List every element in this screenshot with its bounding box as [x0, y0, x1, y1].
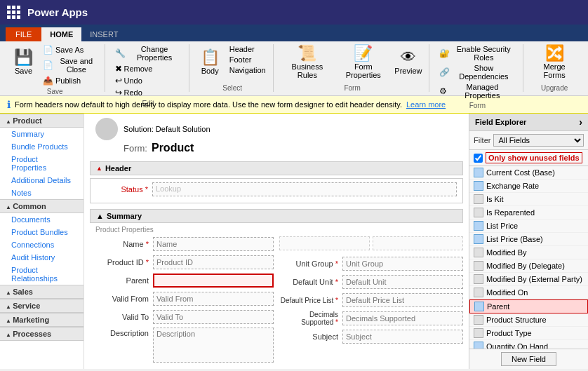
field-item-modifiedbydelegate[interactable]: Modified By (Delegate) [469, 259, 588, 273]
preview-button[interactable]: 👁 Preview [392, 44, 424, 81]
field-input-name[interactable] [153, 237, 274, 251]
header-section-header: ▲ Header [90, 161, 463, 175]
save-as-button[interactable]: 📄 Save As [40, 44, 100, 55]
managed-properties-button[interactable]: ⚙ Managed Properties [436, 82, 519, 100]
only-unused-label: Only show unused fields [486, 152, 582, 163]
nav-item-product-relationships[interactable]: Product Relationships [0, 264, 83, 285]
navigation-select-button[interactable]: Navigation [227, 65, 269, 75]
field-item-parent[interactable]: Parent [469, 299, 588, 313]
remove-button[interactable]: ✖ Remove [112, 63, 185, 74]
field-item-producttype[interactable]: Product Type [469, 327, 588, 340]
field-input-validto[interactable] [153, 310, 274, 324]
field-row-empty1 [279, 236, 463, 253]
field-item-productstructure[interactable]: Product Structure [469, 313, 588, 327]
field-input-defaultunit[interactable] [342, 275, 463, 289]
field-label-name: Name [90, 240, 153, 248]
field-icon-producttype [474, 328, 483, 338]
field-item-modifiedby[interactable]: Modified By [469, 246, 588, 259]
nav-group-sales[interactable]: Sales [0, 285, 83, 299]
nav-item-notes[interactable]: Notes [0, 187, 83, 199]
show-dependencies-button[interactable]: 🔗 Show Dependencies [436, 63, 519, 81]
body-icon: 📋 [201, 50, 220, 65]
summary-collapse-icon[interactable]: ▲ [96, 212, 104, 220]
save-secondary-buttons: 📄 Save As 📄 Save and Close 📤 Publish [40, 44, 100, 86]
product-properties-subheader: Product Properties [90, 226, 463, 236]
field-item-modifiedon[interactable]: Modified On [469, 286, 588, 299]
field-input-validfrom[interactable] [153, 292, 274, 306]
nav-group-processes[interactable]: Processes [0, 327, 83, 341]
save-close-button[interactable]: 📄 Save and Close [40, 56, 100, 74]
header-collapse-icon[interactable]: ▲ [96, 165, 102, 172]
form-name-line: Form: Product [84, 142, 469, 158]
header-select-button[interactable]: Header [227, 44, 269, 54]
form-properties-button[interactable]: 📝 Form Properties [335, 44, 391, 81]
field-row-subject: Subject [279, 329, 463, 344]
nav-group-common[interactable]: Common [0, 199, 83, 213]
field-item-iskit[interactable]: Is Kit [469, 193, 588, 206]
new-field-button[interactable]: New Field [501, 352, 556, 366]
waffle-icon[interactable] [7, 6, 20, 19]
learn-more-link[interactable]: Learn more [406, 100, 446, 109]
nav-item-product-properties[interactable]: Product Properties [0, 153, 83, 174]
field-item-isreparented[interactable]: Is Reparented [469, 206, 588, 220]
tab-insert[interactable]: INSERT [81, 27, 126, 41]
field-input-defaultpricelist[interactable] [342, 293, 463, 307]
field-explorer-header: Field Explorer › [469, 114, 588, 131]
footer-select-button[interactable]: Footer [227, 55, 269, 65]
enable-security-roles-button[interactable]: 🔐 Enable Security Roles [436, 44, 519, 62]
field-item-quantityonhand[interactable]: Quantity On Hand [469, 340, 588, 349]
tab-file[interactable]: FILE [6, 27, 41, 41]
nav-item-documents[interactable]: Documents [0, 213, 83, 226]
header-section-label: Header [105, 164, 131, 173]
save-button[interactable]: 💾 Save [10, 44, 37, 81]
nav-item-additional-details[interactable]: Additional Details [0, 174, 83, 187]
nav-group-service[interactable]: Service [0, 299, 83, 313]
field-input-description[interactable] [153, 328, 274, 363]
undo-button[interactable]: ↩ Undo [112, 75, 185, 86]
merge-forms-button[interactable]: 🔀 Merge Forms [530, 44, 578, 81]
saveclose-icon: 📄 [43, 60, 53, 70]
field-input-subject[interactable] [342, 330, 463, 344]
field-input-productid[interactable] [153, 255, 274, 269]
nav-item-audit-history[interactable]: Audit History [0, 251, 83, 264]
form-body: ▲ Summary Product Properties Name [84, 206, 469, 368]
nav-group-product[interactable]: Product [0, 114, 83, 128]
empty-field-1 [279, 236, 370, 250]
only-unused-checkbox[interactable] [474, 154, 483, 163]
nav-item-bundle-products[interactable]: Bundle Products [0, 140, 83, 153]
field-row-parent: Parent [90, 273, 274, 288]
body-button[interactable]: 📋 Body [196, 44, 224, 81]
change-properties-button[interactable]: 🔧 Change Properties [112, 44, 185, 62]
tab-home[interactable]: HOME [41, 27, 81, 41]
status-input[interactable]: Lookup [152, 182, 457, 196]
field-label-validfrom: Valid From [90, 295, 153, 303]
field-label-defaultunit: Default Unit [279, 278, 342, 286]
field-item-exchangerate[interactable]: Exchange Rate [469, 180, 588, 193]
publish-button[interactable]: 📤 Publish [40, 75, 100, 86]
redo-button[interactable]: ↪ Redo [112, 87, 185, 98]
new-field-btn-row: New Field [469, 349, 588, 369]
status-label: Status * [96, 185, 152, 194]
field-item-listprice[interactable]: List Price [469, 220, 588, 233]
summary-section-header: ▲ Summary [90, 209, 463, 223]
status-field-row: Status * Lookup [96, 182, 457, 197]
filter-select[interactable]: All Fields Unused Fields Required Fields [493, 134, 584, 147]
ribbon-group-form: 📜 Business Rules 📝 Form Properties 👁 Pre… [276, 44, 429, 92]
field-item-modifiedbyexternal[interactable]: Modified By (External Party) [469, 273, 588, 286]
nav-item-summary[interactable]: Summary [0, 128, 83, 140]
ribbon-group-save: 💾 Save 📄 Save As 📄 Save and Close 📤 Publ… [6, 44, 105, 92]
field-input-decimals[interactable] [342, 311, 463, 325]
form-right-col: Unit Group Default Unit Default Price Li… [279, 236, 463, 365]
business-rules-button[interactable]: 📜 Business Rules [281, 44, 335, 81]
security-buttons: 🔐 Enable Security Roles 🔗 Show Dependenc… [436, 44, 519, 100]
field-input-unitgroup[interactable] [342, 257, 463, 271]
nav-group-marketing[interactable]: Marketing [0, 313, 83, 327]
nav-item-product-bundles[interactable]: Product Bundles [0, 226, 83, 238]
field-item-currentcostbase[interactable]: Current Cost (Base) [469, 166, 588, 180]
nav-item-connections[interactable]: Connections [0, 238, 83, 251]
field-input-parent[interactable] [153, 274, 274, 288]
remove-icon: ✖ [115, 64, 122, 74]
field-icon-modifiedbyexternal [474, 274, 483, 284]
field-item-listpricebase[interactable]: List Price (Base) [469, 233, 588, 246]
expand-icon[interactable]: › [579, 116, 582, 128]
